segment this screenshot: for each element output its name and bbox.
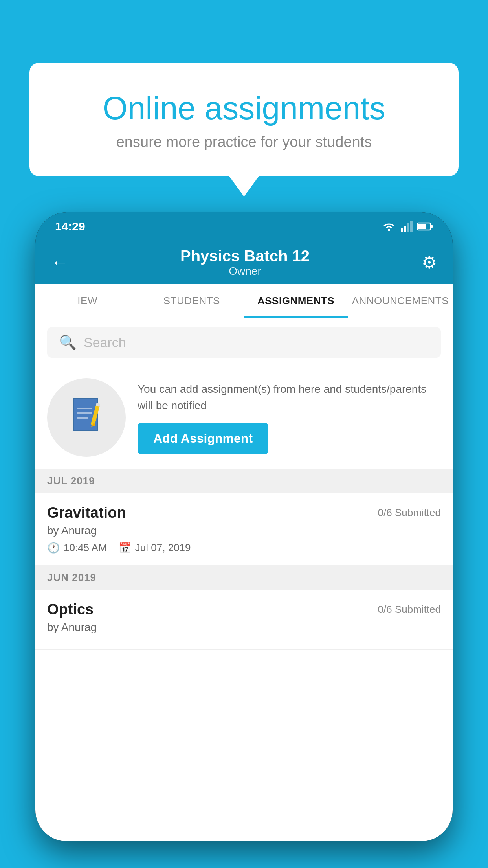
header-title-area: Physics Batch 12 Owner [180, 247, 310, 278]
status-bar: 14:29 [35, 212, 453, 241]
svg-rect-6 [431, 225, 433, 228]
signal-icon [401, 221, 413, 232]
assignment-author-gravitation: by Anurag [47, 524, 441, 537]
svg-rect-2 [404, 226, 406, 232]
speech-bubble: Online assignments ensure more practice … [29, 63, 459, 176]
back-button[interactable]: ← [51, 252, 68, 272]
assignment-header-gravitation: Gravitation 0/6 Submitted [47, 504, 441, 521]
svg-rect-3 [407, 223, 409, 232]
clock-icon: 🕐 [47, 542, 60, 554]
search-bar-container: 🔍 Search [35, 318, 453, 366]
svg-rect-1 [401, 228, 403, 232]
app-header: ← Physics Batch 12 Owner ⚙ [35, 241, 453, 284]
assignment-time-gravitation: 🕐 10:45 AM [47, 542, 107, 554]
assignment-header-optics: Optics 0/6 Submitted [47, 601, 441, 618]
speech-bubble-subtitle: ensure more practice for your students [53, 134, 435, 151]
phone-wrapper: 14:29 [35, 212, 453, 868]
tab-assignments[interactable]: ASSIGNMENTS [244, 284, 348, 318]
wifi-icon [382, 221, 396, 232]
assignment-item-gravitation[interactable]: Gravitation 0/6 Submitted by Anurag 🕐 10… [35, 493, 453, 565]
assignment-name-gravitation: Gravitation [47, 504, 126, 521]
speech-bubble-title: Online assignments [53, 90, 435, 126]
search-bar[interactable]: 🔍 Search [47, 327, 441, 358]
tabs-container: IEW STUDENTS ASSIGNMENTS ANNOUNCEMENTS [35, 284, 453, 318]
battery-icon [417, 222, 433, 231]
svg-rect-12 [77, 417, 88, 419]
header-subtitle: Owner [180, 265, 310, 278]
settings-button[interactable]: ⚙ [422, 252, 437, 272]
search-icon: 🔍 [59, 334, 77, 351]
assignment-name-optics: Optics [47, 601, 94, 618]
svg-rect-11 [77, 412, 92, 414]
promo-icon-circle [47, 378, 126, 457]
calendar-icon: 📅 [119, 542, 131, 554]
svg-rect-7 [418, 224, 426, 229]
status-icons [382, 221, 433, 232]
month-header-jun: JUN 2019 [35, 565, 453, 590]
assignment-submitted-optics: 0/6 Submitted [378, 603, 441, 616]
assignment-submitted-gravitation: 0/6 Submitted [378, 507, 441, 519]
promo-text-area: You can add assignment(s) from here and … [138, 381, 441, 454]
status-time: 14:29 [55, 220, 85, 233]
svg-rect-4 [410, 221, 413, 232]
svg-rect-10 [77, 408, 92, 409]
header-title: Physics Batch 12 [180, 247, 310, 265]
tab-students[interactable]: STUDENTS [139, 284, 244, 318]
svg-point-0 [388, 229, 390, 231]
speech-bubble-container: Online assignments ensure more practice … [29, 63, 459, 176]
phone-device: 14:29 [35, 212, 453, 841]
assignment-author-optics: by Anurag [47, 621, 441, 634]
month-label-jul: JUL 2019 [47, 475, 95, 487]
month-label-jun: JUN 2019 [47, 572, 96, 583]
assignment-date-gravitation: 📅 Jul 07, 2019 [119, 542, 191, 554]
notebook-icon [67, 396, 106, 439]
assignment-item-optics[interactable]: Optics 0/6 Submitted by Anurag [35, 590, 453, 650]
add-assignment-button[interactable]: Add Assignment [138, 423, 268, 454]
tab-iew[interactable]: IEW [35, 284, 139, 318]
phone-content: 🔍 Search [35, 318, 453, 841]
search-placeholder: Search [84, 335, 126, 350]
promo-description: You can add assignment(s) from here and … [138, 381, 441, 414]
tab-announcements[interactable]: ANNOUNCEMENTS [348, 284, 453, 318]
month-header-jul: JUL 2019 [35, 469, 453, 493]
promo-section: You can add assignment(s) from here and … [35, 366, 453, 469]
assignment-meta-gravitation: 🕐 10:45 AM 📅 Jul 07, 2019 [47, 542, 441, 554]
